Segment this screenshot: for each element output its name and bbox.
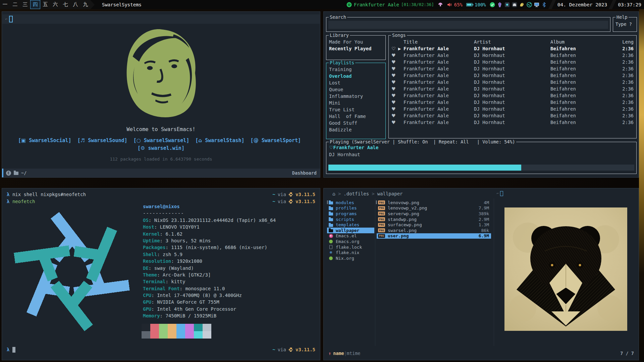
library-item[interactable]: Made For You xyxy=(329,39,384,45)
bluetooth-tray-icon[interactable] xyxy=(541,2,547,7)
directory-entry[interactable]: scripts xyxy=(327,217,374,222)
song-row[interactable]: ♥ Frankfurter Aale DJ Hornhaut Beifahren… xyxy=(391,65,634,72)
playlist-item[interactable]: Overload xyxy=(329,73,384,79)
heart-icon[interactable]: ♥ xyxy=(391,113,398,118)
file-entry[interactable]: PNG lenovowp.png 4M xyxy=(377,200,491,205)
music-player-window[interactable]: Search Help Type ? Library Made For You … xyxy=(323,11,639,178)
dashboard-link[interactable]: [@ SwarselSport] xyxy=(251,137,304,143)
song-row[interactable]: ♥ Frankfurter Aale DJ Hornhaut Beifahren… xyxy=(391,106,634,112)
directory-entry[interactable]: e Emacs.el xyxy=(327,233,374,239)
library-item[interactable]: Recently Played xyxy=(329,45,384,52)
file-entry[interactable]: PNG swarsel.png 86k xyxy=(377,228,491,233)
breadcrumb-dotfiles[interactable]: .dotfiles xyxy=(343,191,369,196)
directory-entry[interactable]: profiles xyxy=(327,205,374,211)
workspace-button[interactable]: 三 xyxy=(20,0,30,9)
playlist-item[interactable]: Inflammatory xyxy=(329,93,384,100)
heart-icon[interactable]: ♥ xyxy=(391,106,398,112)
playlist-item[interactable]: Good Stuff xyxy=(329,120,384,126)
workspace-button[interactable]: 九 xyxy=(80,0,91,9)
file-manager-window[interactable]: ⌂ > .dotfiles > wallpaper ⌐ modules prof… xyxy=(323,188,639,360)
heart-icon[interactable]: ♥ xyxy=(391,66,398,71)
vault-tray-icon[interactable] xyxy=(504,2,510,7)
heart-icon[interactable]: ♥ xyxy=(391,100,398,105)
workspace-button[interactable]: 二 xyxy=(10,0,20,9)
dashboard-link[interactable]: [⚙ swarsel.win] xyxy=(138,145,184,151)
search-input[interactable] xyxy=(328,21,608,29)
playlist-item[interactable]: Lost xyxy=(329,79,384,86)
file-entry[interactable]: PNG surfacewp.png 1.3M xyxy=(377,222,491,228)
song-row[interactable]: ♥ Frankfurter Aale DJ Hornhaut Beifahren… xyxy=(391,112,634,119)
emacs-window[interactable]: ⌐ Welcome to SwarsEmacs! [▣ SwarselSocia… xyxy=(2,11,320,178)
workspace-button[interactable]: 七 xyxy=(60,0,70,9)
file-entry[interactable]: PNG lenovowp_v2.png 7.9M xyxy=(377,205,491,211)
heart-icon[interactable]: ♥ xyxy=(391,59,398,65)
song-length: 2:36 xyxy=(616,93,634,98)
heart-icon[interactable]: ♥ xyxy=(391,79,398,85)
breadcrumb-wallpaper[interactable]: wallpaper xyxy=(377,191,403,196)
volume-widget[interactable]: 65% xyxy=(447,2,463,7)
display-tray-icon[interactable] xyxy=(534,2,539,7)
directory-entry[interactable]: Emacs.org xyxy=(327,239,374,244)
heart-icon[interactable]: ♥ xyxy=(391,73,398,78)
playlist-item[interactable]: Queue xyxy=(329,86,384,93)
seek-bar[interactable] xyxy=(328,165,634,171)
command-text: nix shell nixpkgs#neofetch xyxy=(12,192,86,197)
song-row[interactable]: ♥ Frankfurter Aale DJ Hornhaut Beifahren… xyxy=(391,99,634,106)
neofetch-line: Resolution: 644x362 xyxy=(143,258,276,264)
heart-icon[interactable]: ♥ xyxy=(391,120,398,125)
workspace-button[interactable]: 四 xyxy=(30,0,40,9)
heart-icon[interactable]: ♥ xyxy=(391,93,398,98)
heart-icon[interactable]: ♥ xyxy=(391,86,398,92)
song-row[interactable]: ♥ Frankfurter Aale DJ Hornhaut Beifahren… xyxy=(391,72,634,79)
dashboard-link[interactable]: [♬ SwarselSound] xyxy=(77,137,130,143)
heart-icon[interactable]: ♥ xyxy=(391,53,398,58)
terminal-window[interactable]: λ nix shell nixpkgs#neofetch ~ via v3.11… xyxy=(2,188,320,360)
directory-entry[interactable]: Nix.org xyxy=(327,255,374,261)
workspace-button[interactable]: 一 xyxy=(0,0,10,9)
heart-icon[interactable]: ♡ xyxy=(391,46,398,51)
file-entry[interactable]: PNG serverwp.png 389k xyxy=(377,211,491,217)
directory-entry[interactable]: modules xyxy=(327,200,374,205)
song-row[interactable]: ♥ Frankfurter Aale DJ Hornhaut Beifahren… xyxy=(391,79,634,85)
now-playing-widget[interactable]: Frankfurter Aale [01:38/02:36] xyxy=(346,2,434,7)
mushroom-icon[interactable] xyxy=(438,2,443,7)
song-row[interactable]: ♥ Frankfurter Aale DJ Hornhaut Beifahren… xyxy=(391,59,634,65)
heart-icon[interactable]: ♡ xyxy=(329,145,333,150)
directory-entry[interactable]: programs xyxy=(327,211,374,217)
sort-key[interactable]: name xyxy=(333,351,344,356)
song-row[interactable]: ♡ ▶ Frankfurter Aale DJ Hornhaut Beifahr… xyxy=(391,45,634,52)
check-circle-tray-icon[interactable] xyxy=(490,2,495,7)
discord-tray-icon[interactable] xyxy=(512,2,517,7)
playlist-item[interactable]: Hall of Fame xyxy=(329,113,384,120)
playlist-item[interactable]: Training xyxy=(329,66,384,73)
home-icon[interactable]: ⌂ xyxy=(332,191,335,196)
sort-alt-key[interactable]: mtime xyxy=(347,351,361,356)
dashboard-link[interactable]: [▣ SwarselSocial] xyxy=(18,137,74,143)
workspace-button[interactable]: 八 xyxy=(70,0,80,9)
directory-entry[interactable]: templates xyxy=(327,222,374,228)
directory-entry[interactable]: flake.lock xyxy=(327,244,374,250)
yellow-pet-tray-icon[interactable] xyxy=(519,2,525,7)
song-row[interactable]: ♥ Frankfurter Aale DJ Hornhaut Beifahren… xyxy=(391,85,634,92)
focused-window-title: SwarselSystems xyxy=(102,2,142,7)
directory-entry[interactable]: wallpaper xyxy=(327,228,374,233)
playlist-item[interactable]: True List xyxy=(329,106,384,113)
dashboard-link[interactable]: [○ SwarselSwarsel] xyxy=(133,137,193,143)
battery-widget[interactable]: 100% xyxy=(466,2,486,7)
song-row[interactable]: ♥ Frankfurter Aale DJ Hornhaut Beifahren… xyxy=(391,92,634,99)
file-entry[interactable]: PNG standwp.png 2.9M xyxy=(377,217,491,222)
sort-ascending-icon[interactable]: ↑ xyxy=(328,351,331,356)
shell-prompt-line[interactable]: λ ~ via v3.11.5 xyxy=(7,347,315,353)
playlist-item[interactable]: Badizzle xyxy=(329,126,384,133)
directory-entry[interactable]: ❄ flake.nix xyxy=(327,250,374,255)
playlist-item[interactable]: Mini xyxy=(329,100,384,106)
workspace-button[interactable]: 六 xyxy=(50,0,60,9)
syncthing-tray-icon[interactable] xyxy=(527,2,532,7)
song-row[interactable]: ♥ Frankfurter Aale DJ Hornhaut Beifahren… xyxy=(391,52,634,59)
dashboard-banner-face-image xyxy=(119,27,203,120)
song-row[interactable]: ♥ Frankfurter Aale DJ Hornhaut Beifahren… xyxy=(391,119,634,126)
file-entry[interactable]: PNG user.png 6.9M xyxy=(377,233,491,239)
workspace-button[interactable]: 五 xyxy=(40,0,50,9)
purple-crystal-tray-icon[interactable] xyxy=(497,2,502,7)
dashboard-link[interactable]: [⌂ SwarselStash] xyxy=(195,137,247,143)
